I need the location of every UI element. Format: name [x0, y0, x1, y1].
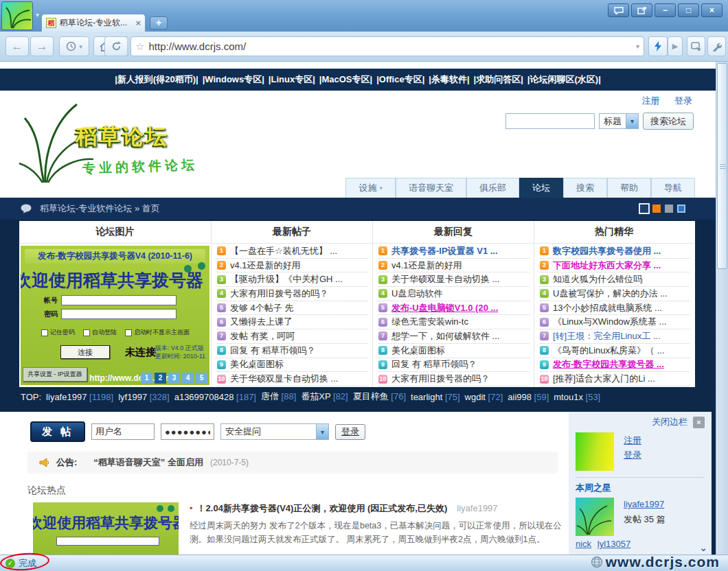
tab-close-icon[interactable]: ×	[135, 18, 141, 28]
tab-voice-chat[interactable]: 语音聊天室	[396, 178, 466, 198]
browser-tab[interactable]: 稻 稻草论坛-专业软... ×	[41, 14, 146, 32]
nav-link-office[interactable]: |Office专区|	[376, 73, 424, 86]
forward-button[interactable]: →	[30, 36, 54, 56]
list-item[interactable]: 1共享拨号器-IP设置器 V1 ...	[378, 244, 530, 259]
snip-tool-button[interactable]	[687, 36, 705, 56]
scroll-down-icon[interactable]: ⌄	[699, 542, 707, 553]
list-item[interactable]: 9发布-数字校园共享拨号器 ...	[540, 358, 690, 373]
style-square-gray[interactable]	[665, 205, 673, 213]
top-user[interactable]: mtou1x [53]	[554, 392, 600, 402]
list-item[interactable]: 10关于华硕双显卡自动切换 ...	[217, 372, 368, 386]
star-avatar[interactable]	[576, 498, 614, 536]
top-user[interactable]: 唐僧 [88]	[261, 391, 296, 403]
page-4[interactable]: 4	[182, 373, 194, 384]
list-item[interactable]: 2v4.1还是新的好用	[378, 259, 530, 273]
sidebar-login-link[interactable]: 登录	[624, 449, 641, 461]
browser-scrollbar[interactable]	[716, 62, 728, 555]
list-item[interactable]: 1数字校园共享拨号器使用 ...	[540, 244, 690, 259]
list-item[interactable]: 8《鸟哥的Linux私房菜》（ ...	[540, 344, 690, 358]
forum-logo[interactable]: 稻草论坛 专业的软件论坛	[18, 95, 251, 191]
app-menu-dropdown-icon[interactable]: ▾	[36, 11, 39, 19]
tab-help[interactable]: 帮助	[607, 178, 651, 198]
url-dropdown-icon[interactable]: ▾	[636, 43, 639, 50]
list-item[interactable]: 7想学一下，如何破解软件 ...	[378, 329, 530, 344]
list-item[interactable]: 5发布-U盘电脑锁V1.0 (20 ...	[378, 301, 530, 316]
list-item[interactable]: 6绿色无需安装win-tc	[378, 315, 530, 329]
top-user[interactable]: tearlight [75]	[411, 392, 460, 402]
feedback-bubble-button[interactable]	[608, 3, 629, 17]
list-item[interactable]: 3关于华硕双显卡自动切换 ...	[378, 272, 530, 287]
nick-link[interactable]: nick	[576, 539, 591, 549]
tab-forum-active[interactable]: 论坛	[519, 178, 563, 198]
tab-club[interactable]: 俱乐部	[466, 178, 519, 198]
hot-topic-title[interactable]: ！2.04新共享拨号器(V4)正公测，欢迎使用 (因正式发布,已失效)	[197, 503, 448, 513]
top-user[interactable]: lyf1997 [328]	[118, 392, 169, 402]
popout-window-button[interactable]	[631, 3, 652, 17]
search-forum-button[interactable]: 搜索论坛	[643, 113, 694, 130]
password-field[interactable]	[161, 423, 214, 440]
list-item[interactable]: 513个小妙招成就电脑系统 ...	[540, 301, 690, 316]
forum-image-dialer-screenshot[interactable]: 发布-数字校园共享拨号器V4 (2010-11-6) 欢迎使用稻草共享拨号器 帐…	[21, 246, 209, 385]
breadcrumb[interactable]: 稻草论坛-专业软件论坛 » 首页	[40, 202, 160, 215]
scrollbar-thumb[interactable]	[717, 63, 727, 269]
login-link[interactable]: 登录	[674, 95, 692, 106]
hot-topic-author[interactable]: liyafe1997	[457, 503, 497, 513]
list-item[interactable]: 4U盘被写保护，解决的办法 ...	[540, 287, 690, 301]
top-user[interactable]: aii998 [59]	[508, 392, 549, 402]
list-item[interactable]: 4U盘启动软件	[378, 287, 530, 301]
login-submit-button[interactable]: 登录	[335, 424, 365, 440]
sidebar-register-link[interactable]: 注册	[624, 434, 641, 447]
history-button[interactable]: ▾	[59, 36, 89, 56]
new-tab-button[interactable]: +	[150, 16, 168, 30]
tab-search[interactable]: 搜索	[563, 178, 607, 198]
back-button[interactable]: ←	[5, 36, 29, 56]
style-square-lightblue[interactable]	[677, 205, 685, 213]
top-user[interactable]: a13699708428 [187]	[174, 392, 256, 402]
username-field[interactable]	[91, 423, 155, 440]
page-1[interactable]: 1	[141, 373, 152, 384]
announcement-bar[interactable]: 公告: “稻草语音聊天室” 全面启用 (2010-7-5)	[27, 452, 558, 474]
nav-link-macos[interactable]: |MacOS专区|	[319, 73, 372, 86]
nick-user-link[interactable]: lyl13057	[598, 539, 630, 549]
list-item[interactable]: 1【一盘在手☆装机无忧】 ...	[217, 244, 368, 259]
search-input[interactable]	[505, 113, 595, 129]
tools-wrench-button[interactable]	[707, 36, 726, 56]
nav-link-newbie[interactable]: |新人报到(得20稻币)|	[115, 73, 198, 86]
list-item[interactable]: 4大家有用旧拨号器的吗？	[217, 287, 368, 301]
list-item[interactable]: 9回复 有 稻草币领吗？	[378, 358, 530, 373]
top-user[interactable]: 番茄XP [82]	[301, 391, 348, 403]
star-user-link[interactable]: liyafe1997	[624, 499, 664, 509]
list-item[interactable]: 3【驱动升级】《中关村GH ...	[217, 272, 368, 287]
nav-link-windows[interactable]: |Windows专区|	[203, 73, 264, 86]
go-button[interactable]: ▶	[668, 36, 683, 56]
nav-link-linux[interactable]: |Linux专区|	[269, 73, 315, 86]
nav-link-chat[interactable]: |论坛闲聊区(水区)|	[527, 73, 601, 86]
list-item[interactable]: 6《Linux与XWindow系统基 ...	[540, 315, 690, 329]
maximize-button[interactable]: □	[678, 3, 699, 17]
list-item[interactable]: 5发够 4个帖子 先	[217, 301, 368, 316]
list-item[interactable]: 9美化桌面图标	[217, 358, 368, 373]
tab-facilities[interactable]: 设施 ▾	[345, 178, 396, 198]
list-item[interactable]: 3知道火狐为什么错位吗	[540, 272, 690, 287]
list-item[interactable]: 2v4.1还是新的好用	[217, 259, 368, 273]
close-button[interactable]: ×	[701, 3, 723, 17]
security-question-select[interactable]: 安全提问 ▾	[220, 423, 329, 440]
page-5[interactable]: 5	[196, 373, 207, 384]
nav-link-antivirus[interactable]: |杀毒软件|	[429, 73, 469, 86]
search-category-select[interactable]: 标题 ▾	[599, 113, 639, 129]
list-item[interactable]: 7[转]王垠：完全用Linux工 ...	[540, 329, 690, 344]
nav-link-help[interactable]: |求助问答区|	[474, 73, 523, 86]
style-square-blue-active[interactable]	[640, 205, 648, 213]
list-item[interactable]: 10大家有用旧拨号器的吗？	[378, 372, 530, 386]
register-link[interactable]: 注册	[641, 95, 659, 106]
tab-navigation[interactable]: 导航	[651, 178, 695, 198]
style-square-orange[interactable]	[652, 205, 661, 213]
bookmark-star-icon[interactable]: ☆	[135, 40, 144, 53]
quick-dial-button[interactable]	[648, 36, 668, 56]
new-post-button[interactable]: 发 帖	[30, 421, 85, 442]
reload-button[interactable]	[104, 36, 128, 56]
close-sidebar-link[interactable]: 关闭边栏	[652, 416, 687, 428]
page-3[interactable]: 3	[168, 373, 180, 384]
list-item[interactable]: 8美化桌面图标	[378, 344, 530, 358]
top-user[interactable]: liyafe1997 [1198]	[46, 392, 113, 402]
